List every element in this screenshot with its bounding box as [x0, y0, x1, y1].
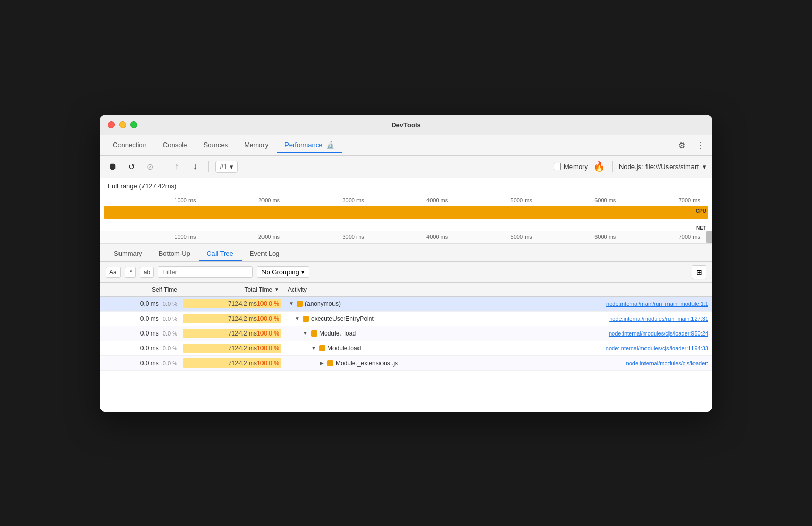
call-tree-table: Self Time Total Time ▼ Activity 0.0 ms 0…: [100, 283, 712, 412]
tab-bar-actions: ⚙ ⋮: [676, 139, 706, 151]
reload-button[interactable]: ↺: [124, 159, 138, 174]
total-bar-1: 7124.2 ms100.0 %: [183, 314, 281, 323]
expand-icon-0[interactable]: ▼: [288, 301, 295, 306]
activity-icon-3: [319, 345, 325, 351]
memory-checkbox[interactable]: Memory: [554, 163, 588, 171]
toolbar: ⏺ ↺ ⊘ ↑ ↓ #1 ▾ Memory 🔥 Node.js: file://…: [100, 156, 712, 178]
tab-summary[interactable]: Summary: [106, 247, 151, 261]
devtools-window: DevTools Connection Console Sources Memo…: [100, 115, 712, 412]
total-bar-4: 7124.2 ms100.0 %: [183, 358, 281, 368]
cell-total-time-4: 7124.2 ms100.0 %: [181, 356, 283, 370]
close-button[interactable]: [108, 121, 115, 128]
total-bar-2: 7124.2 ms100.0 %: [183, 329, 281, 338]
settings-icon[interactable]: ⚙: [676, 139, 688, 151]
tab-call-tree[interactable]: Call Tree: [199, 247, 242, 261]
cpu-bar: [104, 206, 708, 219]
full-range-label: Full range (7127.42ms): [100, 178, 712, 194]
node-target-select[interactable]: Node.js: file:///Users/stmart ▾: [619, 163, 706, 171]
activity-link-0[interactable]: node:internal/main/run_main_module:1:1: [606, 301, 708, 307]
sort-arrow-icon: ▼: [274, 286, 279, 292]
separator-3: [612, 161, 613, 172]
table-row[interactable]: 0.0 ms 0.0 % 7124.2 ms100.0 % ▼ (anonymo…: [100, 297, 712, 312]
tab-console[interactable]: Console: [156, 138, 195, 153]
activity-icon-4: [327, 360, 333, 366]
expand-icon-4[interactable]: ▶: [318, 360, 325, 366]
activity-link-4[interactable]: node:internal/modules/cjs/loader:: [626, 360, 708, 366]
activity-icon-0: [297, 301, 303, 307]
activity-link-3[interactable]: node:internal/modules/cjs/loader:1194:33: [606, 345, 708, 351]
bottom-tabs: Summary Bottom-Up Call Tree Event Log: [100, 244, 712, 262]
cell-activity-3: ▼ Module.load node:internal/modules/cjs/…: [283, 342, 712, 354]
cell-self-time-1: 0.0 ms 0.0 %: [100, 313, 181, 325]
table-row[interactable]: 0.0 ms 0.0 % 7124.2 ms100.0 % ▼ executeU…: [100, 312, 712, 326]
cell-total-time-3: 7124.2 ms100.0 %: [181, 341, 283, 355]
profile-select[interactable]: #1 ▾: [215, 161, 238, 173]
tab-performance[interactable]: Performance 🔬: [277, 138, 342, 153]
time-ruler-bottom: 1000 ms 2000 ms 3000 ms 4000 ms 5000 ms …: [100, 231, 712, 243]
table-row[interactable]: 0.0 ms 0.0 % 7124.2 ms100.0 % ▼ Module._…: [100, 326, 712, 341]
net-row: NET: [104, 221, 708, 231]
tab-sources[interactable]: Sources: [196, 138, 235, 153]
title-bar: DevTools: [100, 115, 712, 135]
separator-1: [163, 161, 163, 172]
upload-button[interactable]: ↑: [170, 159, 184, 174]
tab-memory[interactable]: Memory: [237, 138, 275, 153]
tab-event-log[interactable]: Event Log: [242, 247, 288, 261]
filter-whole-word-btn[interactable]: ab: [140, 267, 154, 278]
cell-total-time-2: 7124.2 ms100.0 %: [181, 326, 283, 341]
cell-total-time-1: 7124.2 ms100.0 %: [181, 312, 283, 326]
expand-icon-1[interactable]: ▼: [294, 316, 301, 321]
timeline-area: Full range (7127.42ms) 1000 ms 2000 ms 3…: [100, 178, 712, 244]
tab-connection[interactable]: Connection: [106, 138, 154, 153]
activity-link-1[interactable]: node:internal/modules/run_main:127:31: [609, 316, 708, 322]
clear-button[interactable]: ⊘: [142, 159, 157, 174]
panel-toggle-button[interactable]: ⊞: [692, 265, 706, 279]
activity-icon-1: [303, 316, 309, 322]
cell-self-time-4: 0.0 ms 0.0 %: [100, 357, 181, 369]
traffic-lights: [108, 121, 137, 128]
activity-link-2[interactable]: node:internal/modules/cjs/loader:950:24: [609, 330, 708, 337]
cell-total-time-0: 7124.2 ms100.0 %: [181, 297, 283, 311]
cell-activity-2: ▼ Module._load node:internal/modules/cjs…: [283, 327, 712, 340]
memory-flame-icon[interactable]: 🔥: [592, 159, 606, 174]
maximize-button[interactable]: [130, 121, 137, 128]
total-bar-0: 7124.2 ms100.0 %: [183, 299, 281, 308]
window-title: DevTools: [391, 121, 421, 129]
main-tabs: Connection Console Sources Memory Perfor…: [106, 138, 676, 153]
cpu-bar-container[interactable]: CPU: [104, 206, 708, 221]
table-header: Self Time Total Time ▼ Activity: [100, 283, 712, 297]
grouping-select[interactable]: No Grouping ▾: [257, 266, 309, 278]
cell-activity-4: ▶ Module._extensions..js node:internal/m…: [283, 357, 712, 369]
table-row[interactable]: 0.0 ms 0.0 % 7124.2 ms100.0 % ▶ Module._…: [100, 356, 712, 371]
time-ruler-top: 1000 ms 2000 ms 3000 ms 4000 ms 5000 ms …: [100, 194, 712, 206]
record-button[interactable]: ⏺: [106, 159, 120, 174]
table-row[interactable]: 0.0 ms 0.0 % 7124.2 ms100.0 % ▼ Module.l…: [100, 341, 712, 356]
expand-icon-3[interactable]: ▼: [310, 345, 317, 351]
separator-2: [208, 161, 209, 172]
cell-activity-1: ▼ executeUserEntryPoint node:internal/mo…: [283, 313, 712, 325]
tab-bar: Connection Console Sources Memory Perfor…: [100, 135, 712, 156]
cell-self-time-3: 0.0 ms 0.0 %: [100, 342, 181, 354]
download-button[interactable]: ↓: [188, 159, 202, 174]
activity-icon-2: [311, 330, 317, 337]
table-empty-space: [100, 371, 712, 412]
net-label: NET: [696, 225, 706, 231]
cell-self-time-0: 0.0 ms 0.0 %: [100, 298, 181, 310]
filter-case-btn[interactable]: Aa: [106, 267, 121, 278]
cell-activity-0: ▼ (anonymous) node:internal/main/run_mai…: [283, 298, 712, 310]
more-options-icon[interactable]: ⋮: [694, 139, 706, 151]
minimize-button[interactable]: [119, 121, 126, 128]
scrollbar-thumb[interactable]: [706, 231, 712, 243]
expand-icon-2[interactable]: ▼: [302, 330, 309, 336]
filter-regex-btn[interactable]: .*: [125, 267, 136, 278]
filter-input[interactable]: [158, 266, 253, 278]
header-total-time[interactable]: Total Time ▼: [181, 283, 283, 296]
tab-bottom-up[interactable]: Bottom-Up: [151, 247, 199, 261]
memory-checkbox-box[interactable]: [554, 163, 561, 170]
ruler-marks-top: 1000 ms 2000 ms 3000 ms 4000 ms 5000 ms …: [108, 197, 704, 203]
header-self-time[interactable]: Self Time: [100, 283, 181, 296]
cpu-label: CPU: [696, 208, 706, 214]
total-bar-3: 7124.2 ms100.0 %: [183, 344, 281, 353]
cell-self-time-2: 0.0 ms 0.0 %: [100, 327, 181, 340]
header-activity[interactable]: Activity: [283, 283, 712, 296]
